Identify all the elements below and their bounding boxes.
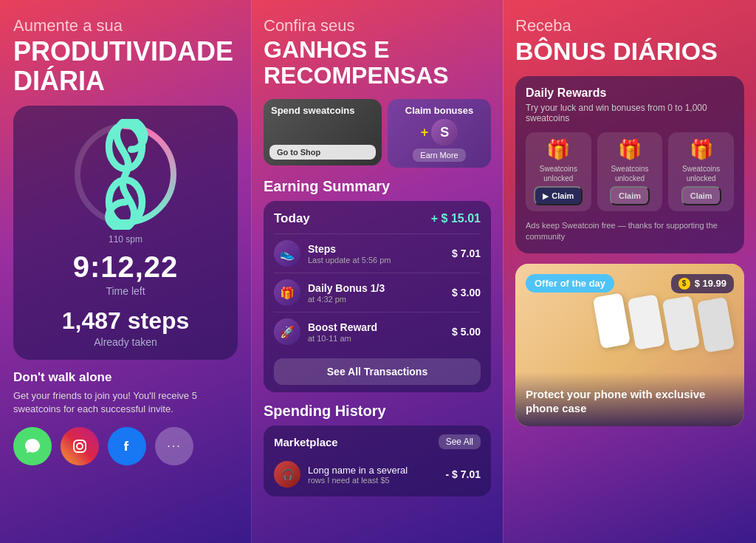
- reward-label: Sweatcoins unlocked: [673, 164, 729, 183]
- shop-promo-card[interactable]: Spend sweatcoins Go to Shop: [264, 99, 382, 165]
- panel-bonus: Receba BÔNUS DIÁRIOS Daily Rewards Try y…: [504, 0, 756, 543]
- spm-label: 110 spm: [109, 234, 142, 245]
- tx-time: Last update at 5:56 pm: [308, 256, 444, 264]
- transaction-row: 👟 Steps Last update at 5:56 pm $ 7.01: [274, 233, 481, 273]
- spending-see-all-btn[interactable]: See All: [439, 434, 481, 449]
- spending-icon: 🎧: [274, 461, 300, 488]
- coin-icon: $: [678, 278, 690, 290]
- earning-card: Today + $ 15.01 👟 Steps Last update at 5…: [264, 201, 491, 392]
- panel1-headline-big: PRODUTIVIDADE DIÁRIA: [13, 37, 238, 95]
- svg-point-6: [83, 440, 85, 442]
- spending-card: Marketplace See All 🎧 Long name in a sev…: [264, 426, 491, 496]
- plus-icon: +: [421, 125, 429, 140]
- panel-earnings: Confira seus GANHOS E RECOMPENSAS Spend …: [251, 0, 504, 543]
- tx-name: Boost Reward: [308, 321, 444, 333]
- dont-walk-desc: Get your friends to join you! You'll rec…: [13, 389, 238, 416]
- earning-summary-title: Earning Summary: [264, 178, 491, 195]
- daily-rewards-desc: Try your luck and win bonuses from 0 to …: [526, 103, 734, 123]
- tx-icon: 👟: [274, 240, 300, 267]
- shop-promo-title: Spend sweatcoins: [271, 105, 354, 117]
- claim-promo-title: Claim bonuses: [405, 105, 473, 116]
- tx-details: Steps Last update at 5:56 pm: [308, 243, 444, 264]
- offer-card[interactable]: Offer of the day $ $ 19.99 Protect your …: [515, 264, 744, 426]
- tx-icon: 🎁: [274, 279, 300, 306]
- dont-walk-section: Don't walk alone Get your friends to joi…: [13, 370, 238, 531]
- earn-more-btn[interactable]: Earn More: [413, 148, 465, 162]
- more-button[interactable]: ···: [155, 427, 193, 465]
- reward-item: 🎁 Sweatcoins unlocked Claim: [597, 132, 663, 211]
- tx-amount: $ 7.01: [452, 247, 481, 259]
- messages-button[interactable]: [13, 427, 52, 465]
- spending-sub: rows I need at least $5: [308, 476, 439, 485]
- daily-rewards-card: Daily Rewards Try your luck and win bonu…: [515, 76, 744, 253]
- go-to-shop-btn[interactable]: Go to Shop: [269, 145, 376, 160]
- today-label: Today: [274, 211, 310, 226]
- panel2-headline-small: Confira seus: [264, 16, 491, 35]
- panel1-headline-small: Aumente a sua: [13, 16, 238, 35]
- transaction-row: 🚀 Boost Reward at 10-11 am $ 5.00: [274, 312, 481, 351]
- steps-count: 1,487 steps: [62, 307, 190, 335]
- gift-icon: 🎁: [690, 138, 713, 161]
- timer-time: 9:12,22: [73, 250, 179, 284]
- reward-label: Sweatcoins unlocked: [602, 164, 659, 183]
- spending-row: 🎧 Long name in a several rows I need at …: [274, 455, 481, 488]
- offer-badge: Offer of the day: [526, 274, 614, 293]
- panel2-headline-big: GANHOS E RECOMPENSAS: [264, 37, 491, 89]
- gift-icon: 🎁: [546, 138, 570, 161]
- see-all-transactions-btn[interactable]: See All Transactions: [274, 358, 481, 385]
- spending-list: 🎧 Long name in a several rows I need at …: [274, 455, 481, 488]
- sweatcoin-logo: S: [431, 119, 458, 146]
- claim-button[interactable]: Claim: [681, 186, 721, 205]
- tx-icon: 🚀: [274, 318, 300, 345]
- promo-row: Spend sweatcoins Go to Shop Claim bonuse…: [264, 99, 491, 168]
- panel-productivity: Aumente a sua PRODUTIVIDADE DIÁRIA: [0, 0, 251, 543]
- claim-button[interactable]: ▶Claim: [534, 186, 583, 205]
- tx-details: Boost Reward at 10-11 am: [308, 321, 444, 343]
- gift-icon: 🎁: [618, 138, 642, 161]
- ads-text: Ads keep Sweatcoin free — thanks for sup…: [526, 220, 734, 243]
- today-row: Today + $ 15.01: [274, 211, 481, 226]
- spending-amount: - $ 7.01: [446, 468, 481, 480]
- reward-item: 🎁 Sweatcoins unlocked ▶Claim: [526, 132, 591, 211]
- spending-details: Long name in a several rows I need at le…: [308, 465, 439, 485]
- timer-ring: [70, 119, 181, 230]
- tx-amount: $ 5.00: [452, 326, 481, 338]
- reward-item: 🎁 Sweatcoins unlocked Claim: [668, 132, 734, 211]
- svg-point-5: [77, 443, 83, 449]
- transaction-row: 🎁 Daily Bonus 1/3 at 4:32 pm $ 3.00: [274, 273, 481, 312]
- tx-amount: $ 3.00: [452, 287, 481, 298]
- panel3-headline-small: Receba: [515, 16, 744, 35]
- claim-logo-row: + S: [421, 119, 458, 146]
- claim-button[interactable]: Claim: [610, 186, 650, 205]
- timer-card: 110 spm 9:12,22 Time left 1,487 steps Al…: [13, 106, 238, 360]
- today-amount: + $ 15.01: [431, 212, 481, 225]
- tx-name: Daily Bonus 1/3: [308, 282, 444, 294]
- rewards-row: 🎁 Sweatcoins unlocked ▶Claim 🎁 Sweatcoin…: [526, 132, 734, 211]
- play-icon: ▶: [543, 192, 549, 200]
- panel3-headline-big: BÔNUS DIÁRIOS: [515, 37, 744, 66]
- reward-label: Sweatcoins unlocked: [530, 164, 587, 183]
- tx-time: at 4:32 pm: [308, 295, 444, 304]
- offer-price: $ $ 19.99: [671, 274, 734, 293]
- daily-rewards-title: Daily Rewards: [526, 86, 734, 100]
- tx-name: Steps: [308, 243, 444, 255]
- time-left-label: Time left: [106, 285, 145, 297]
- claim-promo-card[interactable]: Claim bonuses + S Earn More: [388, 99, 491, 168]
- facebook-button[interactable]: [108, 427, 146, 465]
- offer-description: Protect your phone with exclusive phone …: [515, 372, 744, 426]
- tx-time: at 10-11 am: [308, 334, 444, 343]
- dont-walk-title: Don't walk alone: [13, 370, 238, 385]
- transaction-list: 👟 Steps Last update at 5:56 pm $ 7.01 🎁 …: [274, 233, 481, 351]
- marketplace-label: Marketplace: [274, 436, 338, 448]
- tx-details: Daily Bonus 1/3 at 4:32 pm: [308, 282, 444, 304]
- social-row: ···: [13, 427, 238, 465]
- spending-name: Long name in a several: [308, 465, 439, 476]
- marketplace-row: Marketplace See All: [274, 434, 481, 449]
- steps-label: Already taken: [94, 336, 157, 348]
- instagram-button[interactable]: [61, 427, 99, 465]
- spending-history-title: Spending History: [264, 403, 491, 420]
